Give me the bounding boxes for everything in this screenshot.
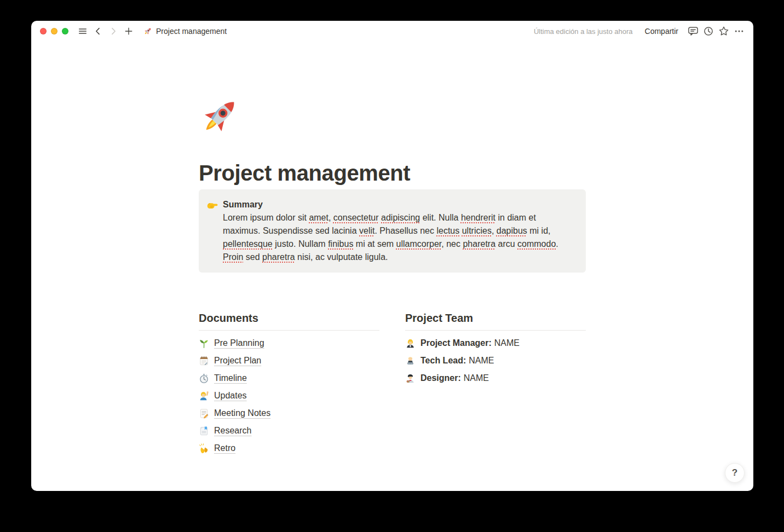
- document-link[interactable]: Project Plan: [199, 352, 379, 369]
- misspelled-word: lectus: [436, 226, 459, 235]
- comment-icon: [688, 26, 699, 37]
- callout-heading: Summary: [223, 198, 573, 211]
- seedling-icon: [199, 338, 209, 349]
- spiral-notepad-icon: [199, 356, 209, 366]
- text-segment: sed: [243, 252, 262, 262]
- documents-section: Documents Pre Planning Project Plan Time…: [199, 311, 379, 457]
- misspelled-word: amet: [309, 213, 328, 222]
- clapping-hands-icon: [199, 443, 209, 454]
- ellipsis-icon: [734, 26, 745, 37]
- document-link[interactable]: Timeline: [199, 369, 379, 387]
- stopwatch-icon: [199, 373, 209, 384]
- columns: Documents Pre Planning Project Plan Time…: [199, 311, 586, 457]
- summary-text: Lorem ipsum dolor sit amet, consectetur …: [223, 211, 573, 264]
- misspelled-word: hendrerit: [461, 213, 495, 222]
- forward-button[interactable]: [106, 24, 120, 38]
- back-button[interactable]: [91, 24, 105, 38]
- documents-heading: Documents: [199, 311, 379, 325]
- minimize-button[interactable]: [51, 28, 57, 34]
- rocket-icon: [199, 95, 241, 137]
- share-button[interactable]: Compartir: [641, 25, 683, 38]
- page-title[interactable]: Project management: [199, 159, 586, 187]
- woman-raising-hand-icon: [199, 391, 209, 401]
- hamburger-icon: [78, 26, 88, 36]
- titlebar-actions: Última edición a las justo ahora Compart…: [534, 24, 746, 38]
- callout-body: Summary Lorem ipsum dolor sit amet, cons…: [223, 198, 573, 264]
- misspelled-word: pharetra: [463, 239, 495, 248]
- misspelled-word: finibus: [328, 239, 353, 248]
- updates-button[interactable]: [701, 24, 716, 38]
- man-technologist-icon: [405, 356, 416, 366]
- team-list: Project Manager:NAME Tech Lead:NAME Desi…: [405, 334, 586, 387]
- misspelled-word: adipiscing: [381, 213, 420, 222]
- misspelled-word: velit: [359, 226, 374, 235]
- divider: [199, 330, 379, 331]
- document-link[interactable]: Retro: [199, 440, 379, 457]
- misspelled-word: consectetur: [333, 213, 379, 222]
- star-icon: [718, 26, 729, 37]
- text-segment: justo. Nullam: [273, 239, 328, 248]
- breadcrumb-title: Project management: [156, 27, 227, 36]
- misspelled-word: pharetra: [262, 252, 295, 262]
- rocket-icon: [143, 27, 152, 36]
- woman-office-worker-icon: [405, 338, 416, 349]
- text-segment: .: [556, 239, 558, 248]
- misspelled-word: dapibus: [497, 226, 527, 235]
- documents-list: Pre Planning Project Plan Timeline Updat…: [199, 334, 379, 457]
- misspelled-word: ultricies: [462, 226, 492, 235]
- misspelled-word: commodo: [517, 239, 556, 248]
- man-artist-icon: [405, 373, 416, 384]
- document-link[interactable]: Pre Planning: [199, 334, 379, 352]
- more-button[interactable]: [732, 24, 746, 38]
- breadcrumb[interactable]: Project management: [140, 25, 230, 37]
- pointing-right-icon: [206, 199, 218, 211]
- titlebar: Project management Última edición a las …: [31, 21, 753, 42]
- team-member-row: Project Manager:NAME: [405, 334, 586, 352]
- page-content: Project management Summary Lorem ipsum d…: [31, 42, 753, 491]
- divider: [405, 330, 586, 331]
- team-heading: Project Team: [405, 311, 586, 325]
- team-section: Project Team Project Manager:NAME Tech L…: [405, 311, 586, 457]
- document-link[interactable]: Research: [199, 422, 379, 440]
- text-segment: , nec: [441, 239, 463, 248]
- document-link[interactable]: Updates: [199, 387, 379, 404]
- misspelled-word: Proin: [223, 252, 243, 262]
- last-edited-status: Última edición a las justo ahora: [534, 27, 633, 36]
- chevron-right-icon: [108, 26, 118, 36]
- misspelled-word: pellentesque: [223, 239, 273, 248]
- favorite-button[interactable]: [717, 24, 731, 38]
- clock-icon: [703, 26, 714, 37]
- chevron-left-icon: [93, 26, 103, 36]
- sidebar-toggle-button[interactable]: [76, 24, 90, 38]
- plus-icon: [124, 26, 134, 36]
- text-segment: ,: [328, 213, 333, 222]
- page-icon[interactable]: [199, 95, 241, 137]
- text-segment: elit. Nulla: [420, 213, 461, 222]
- text-segment: arcu: [495, 239, 517, 248]
- close-button[interactable]: [40, 28, 47, 34]
- text-segment: Lorem ipsum dolor sit: [223, 213, 309, 222]
- text-segment: nisi, ac vulputate ligula.: [295, 252, 388, 262]
- document-link[interactable]: Meeting Notes: [199, 404, 379, 422]
- comments-button[interactable]: [686, 24, 700, 38]
- summary-callout[interactable]: Summary Lorem ipsum dolor sit amet, cons…: [199, 189, 586, 273]
- text-segment: mi id,: [527, 226, 551, 235]
- app-window: Project management Última edición a las …: [31, 21, 753, 491]
- misspelled-word: ullamcorper: [396, 239, 442, 248]
- text-segment: mi at sem: [353, 239, 396, 248]
- team-member-row: Designer:NAME: [405, 369, 586, 387]
- text-segment: . Phasellus nec: [374, 226, 436, 235]
- help-button[interactable]: ?: [725, 463, 745, 483]
- bookmark-tabs-icon: [199, 426, 209, 436]
- memo-icon: [199, 408, 209, 419]
- team-member-row: Tech Lead:NAME: [405, 352, 586, 369]
- zoom-button[interactable]: [62, 28, 68, 34]
- window-controls: [40, 28, 68, 34]
- new-page-button[interactable]: [122, 24, 136, 38]
- text-segment: ,: [492, 226, 497, 235]
